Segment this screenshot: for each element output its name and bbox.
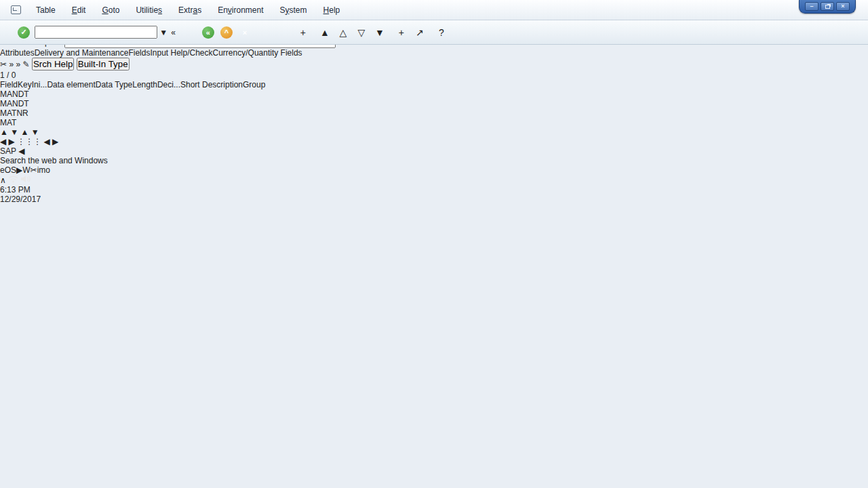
column-header-data-element[interactable]: Data element <box>47 80 95 89</box>
select-all-icon[interactable]: » <box>9 60 14 69</box>
column-header-data-type[interactable]: Data Type <box>96 80 132 89</box>
collapse-icon[interactable]: « <box>171 28 176 37</box>
maintain-icon[interactable]: ✎ <box>22 60 29 69</box>
column-header-field[interactable]: Field <box>0 80 18 89</box>
menu-edit[interactable]: Edit <box>72 5 86 15</box>
table-row: MANDTMANDT <box>0 89 868 108</box>
tab-fields[interactable]: Fields <box>128 48 150 58</box>
field-cell[interactable]: MATNR <box>0 108 71 118</box>
save-icon[interactable] <box>179 25 194 40</box>
built-in-type-button[interactable]: Built-In Type <box>77 58 130 70</box>
column-header-key[interactable]: Key <box>18 80 32 89</box>
snipping-tool-icon: ✂ <box>31 165 37 175</box>
taskbar-app-outlook[interactable]: O <box>5 165 11 175</box>
back-icon[interactable]: « <box>201 25 216 40</box>
command-input[interactable] <box>35 26 157 39</box>
up-icon[interactable]: ^ <box>219 25 234 40</box>
restore-button[interactable] <box>821 2 834 11</box>
column-header-short-description[interactable]: Short Description <box>180 80 243 89</box>
scroll-right-icon[interactable]: ▶ <box>9 137 15 146</box>
clock-date: 12/29/2017 <box>0 195 868 204</box>
tab-strip: AttributesDelivery and MaintenanceFields… <box>0 48 868 58</box>
scroll-up-icon[interactable]: ▲ <box>0 127 8 137</box>
menu-environment[interactable]: Environment <box>218 5 263 15</box>
taskbar-app-skype[interactable]: S <box>11 165 16 175</box>
scroll-down-bottom-icon[interactable]: ▼ <box>31 127 39 137</box>
scroll-left-icon[interactable]: ◀ <box>0 137 6 146</box>
help-icon[interactable]: ? <box>434 25 449 40</box>
table-body: MANDTMANDTMATNRMAT <box>0 89 868 127</box>
column-header-group[interactable]: Group <box>243 80 265 89</box>
taskbar-apps: eOS▶W✂imo <box>0 165 868 175</box>
taskbar-app-video-app[interactable]: ▶ <box>16 165 22 175</box>
edge-icon: e <box>0 165 5 175</box>
imo-icon: imo <box>37 165 50 175</box>
table-row: MATNRMAT <box>0 108 868 127</box>
last-page-icon[interactable]: ▼ <box>372 25 387 40</box>
tab-currency-quantity-fields[interactable]: Currency/Quantity Fields <box>213 48 302 58</box>
menu-bar-items: TableEditGotoUtilitiesExtrasEnvironmentS… <box>31 5 340 15</box>
deselect-all-icon[interactable]: » <box>16 60 20 69</box>
volume-icon[interactable] <box>20 175 31 183</box>
taskbar-clock[interactable]: 6:13 PM 12/29/2017 <box>0 185 868 204</box>
enter-icon[interactable]: ✓ <box>16 25 31 40</box>
skype-icon: S <box>11 165 16 175</box>
column-header-deci-[interactable]: Deci... <box>157 80 180 89</box>
system-tray: ∧ <box>0 175 868 185</box>
print-icon[interactable] <box>259 25 274 40</box>
wifi-icon[interactable] <box>8 176 18 183</box>
menu-extras[interactable]: Extras <box>178 5 201 15</box>
data-element-cell[interactable]: MAT <box>0 118 75 127</box>
taskbar-app-snipping-tool[interactable]: ✂ <box>31 165 37 175</box>
field-cell[interactable]: MANDT <box>0 89 71 99</box>
first-page-icon[interactable]: ▲ <box>317 25 332 40</box>
standard-toolbar: ✓ ▼ « « ^ × + ▲ △ ▽ ▼ + ↗ ? <box>0 20 868 45</box>
next-page-icon[interactable]: ▽ <box>354 25 369 40</box>
status-bar: SAP ◀ <box>0 146 868 156</box>
table-header-row: FieldKeyIni...Data elementData TypeLengt… <box>0 80 868 89</box>
scroll-right-end-icon[interactable]: ▶ <box>52 137 58 146</box>
horizontal-scrollbar[interactable]: ◀ ▶ ⋮⋮⋮ ◀ ▶ <box>0 137 868 146</box>
srch-help-button[interactable]: Srch Help <box>32 58 75 70</box>
taskbar-search-placeholder: Search the web and Windows <box>0 156 108 165</box>
status-collapse-icon[interactable]: ◀ <box>18 146 24 156</box>
command-dropdown-icon[interactable]: ▼ <box>159 28 167 37</box>
window-controls: – × <box>799 0 856 14</box>
tab-attributes[interactable]: Attributes <box>0 48 35 58</box>
vertical-scrollbar[interactable]: ▲ ▼ ▲ ▼ <box>0 127 868 137</box>
exit-icon[interactable]: × <box>237 25 252 40</box>
system-menu-icon[interactable] <box>11 5 21 14</box>
data-element-edit-field[interactable]: MAT <box>0 118 16 127</box>
menu-goto[interactable]: Goto <box>102 5 119 15</box>
column-header-ini-[interactable]: Ini... <box>32 80 47 89</box>
taskbar-app-edge[interactable]: e <box>0 165 5 175</box>
tab-input-help-check[interactable]: Input Help/Check <box>150 48 212 58</box>
scroll-down-icon[interactable]: ▼ <box>10 127 18 137</box>
customize-layout-icon[interactable] <box>452 25 467 40</box>
menu-bar: TableEditGotoUtilitiesExtrasEnvironmentS… <box>0 0 868 20</box>
taskbar-app-imo[interactable]: imo <box>37 165 50 175</box>
previous-page-icon[interactable]: △ <box>336 25 351 40</box>
find-icon[interactable] <box>277 25 292 40</box>
scroll-up-bottom-icon[interactable]: ▲ <box>20 127 28 137</box>
tab-delivery-and-maintenance[interactable]: Delivery and Maintenance <box>35 48 129 58</box>
column-header-length[interactable]: Length <box>132 80 157 89</box>
cut-icon[interactable]: ✂ <box>0 60 7 69</box>
data-element-cell[interactable]: MANDT <box>0 99 75 108</box>
close-button[interactable]: × <box>836 2 850 11</box>
menu-utilities[interactable]: Utilities <box>136 5 162 15</box>
minimize-button[interactable]: – <box>805 2 818 11</box>
taskbar-search-box[interactable]: Search the web and Windows <box>0 156 868 165</box>
menu-table[interactable]: Table <box>36 5 56 15</box>
taskbar-app-word[interactable]: W <box>22 165 30 175</box>
clock-time: 6:13 PM <box>0 185 868 195</box>
create-shortcut-icon[interactable]: ↗ <box>412 25 427 40</box>
menu-help[interactable]: Help <box>323 5 340 15</box>
new-session-icon[interactable]: + <box>394 25 409 40</box>
find-next-icon[interactable]: + <box>296 25 311 40</box>
scroll-left-end-icon[interactable]: ◀ <box>44 137 50 146</box>
menu-system[interactable]: System <box>280 5 307 15</box>
hidden-icons-caret[interactable]: ∧ <box>0 176 6 185</box>
taskbar: Search the web and Windows eOS▶W✂imo ∧ 6… <box>0 156 868 204</box>
horizontal-scroll-thumb[interactable]: ⋮⋮⋮ <box>17 137 41 146</box>
